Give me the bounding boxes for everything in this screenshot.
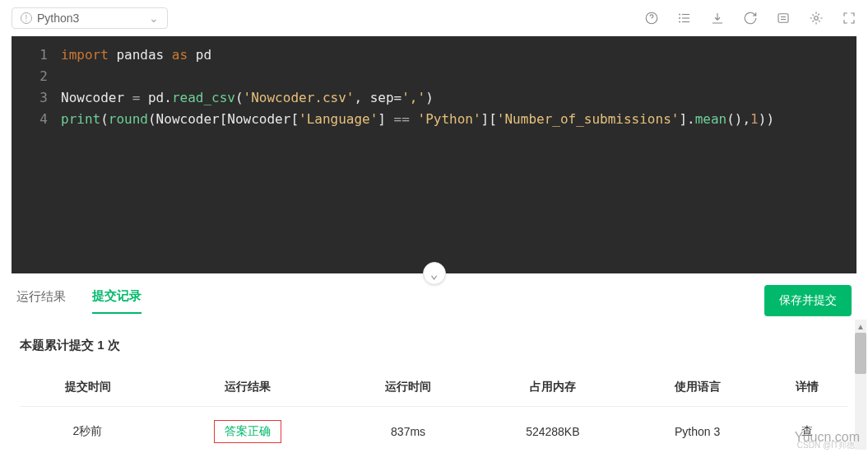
submission-table: 提交时间运行结果运行时间占用内存使用语言详情 2秒前 答案正确 837ms 52… xyxy=(20,368,848,453)
cell-result: 答案正确 xyxy=(214,420,281,443)
language-selector[interactable]: ! Python3 ⌄ xyxy=(12,7,168,29)
cell-time: 2秒前 xyxy=(20,407,155,454)
fullscreen-icon[interactable] xyxy=(842,11,856,26)
submission-summary: 本题累计提交 1 次 xyxy=(20,338,848,353)
submit-button[interactable]: 保存并提交 xyxy=(764,285,852,316)
note-icon[interactable] xyxy=(776,11,791,26)
code-editor[interactable]: 1import pandas as pd23Nowcoder = pd.read… xyxy=(12,36,856,273)
refresh-icon[interactable] xyxy=(743,11,758,26)
toolbar xyxy=(644,11,856,26)
code-line: 1import pandas as pd xyxy=(12,44,856,66)
svg-point-10 xyxy=(815,16,819,21)
info-icon: ! xyxy=(21,12,32,24)
column-header: 运行时间 xyxy=(341,368,476,407)
column-header: 使用语言 xyxy=(629,368,765,407)
chevron-down-icon: ⌄ xyxy=(149,12,159,25)
cell-memory: 524288KB xyxy=(476,407,630,454)
scroll-thumb[interactable] xyxy=(855,333,866,374)
collapse-button[interactable]: ⌄ xyxy=(423,262,446,285)
language-label: Python3 xyxy=(37,12,79,25)
column-header: 占用内存 xyxy=(476,368,630,407)
column-header: 详情 xyxy=(765,368,848,407)
svg-rect-7 xyxy=(778,14,788,23)
code-line: 4print(round(Nowcoder[Nowcoder['Language… xyxy=(12,109,856,130)
tab-result[interactable]: 运行结果 xyxy=(16,289,66,313)
column-header: 提交时间 xyxy=(20,368,155,407)
submission-panel: 本题累计提交 1 次 提交时间运行结果运行时间占用内存使用语言详情 2秒前 答案… xyxy=(0,316,868,453)
cell-language: Python 3 xyxy=(629,407,765,454)
code-line: 2 xyxy=(12,66,856,87)
chevron-down-icon: ⌄ xyxy=(430,266,439,282)
svg-point-6 xyxy=(680,21,680,22)
tab-history[interactable]: 提交记录 xyxy=(92,288,142,314)
list-icon[interactable] xyxy=(677,11,692,26)
download-icon[interactable] xyxy=(710,11,725,26)
code-line: 3Nowcoder = pd.read_csv('Nowcoder.csv', … xyxy=(12,87,856,109)
svg-point-4 xyxy=(680,14,680,15)
scroll-up-icon[interactable]: ▲ xyxy=(855,320,866,333)
watermark-sub: CSDN @IT邦德 xyxy=(797,440,855,451)
column-header: 运行结果 xyxy=(155,368,341,407)
gear-icon[interactable] xyxy=(809,11,824,26)
svg-point-5 xyxy=(680,18,680,19)
cell-runtime: 837ms xyxy=(341,407,476,454)
help-icon[interactable] xyxy=(644,11,659,26)
table-row: 2秒前 答案正确 837ms 524288KB Python 3 查 xyxy=(20,407,848,454)
